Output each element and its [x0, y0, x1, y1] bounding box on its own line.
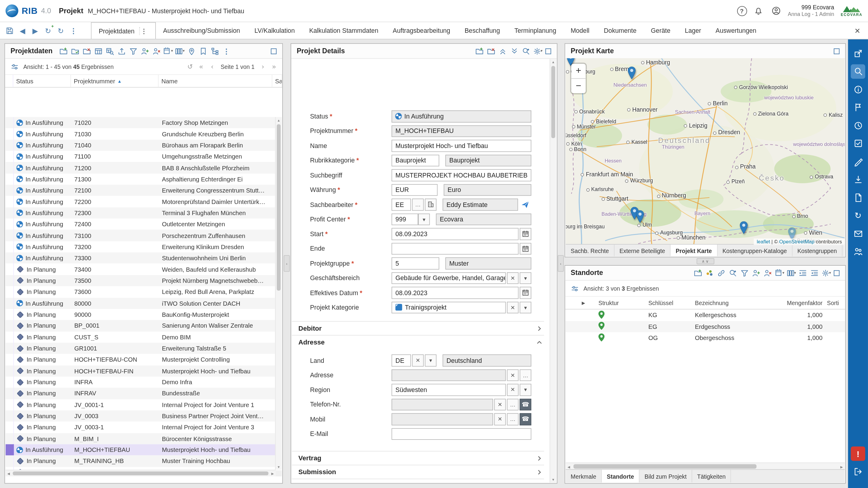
map-marker-icon[interactable]: [740, 221, 748, 235]
collapse-all-icon[interactable]: [498, 46, 508, 56]
sidebar-design-icon[interactable]: [851, 154, 865, 169]
hierarchy-icon[interactable]: [209, 46, 220, 56]
scrollbar-thumb[interactable]: [277, 124, 281, 291]
project-row[interactable]: In PlanungHOCH+TIEFBAU-CONMusterprojekt …: [5, 354, 276, 365]
start-date-field[interactable]: 08.09.2023: [392, 228, 518, 240]
menu-tab-kalkulation-stammdaten[interactable]: Kalkulation Stammdaten: [302, 22, 386, 39]
project-row[interactable]: In Planung73500Projekt Nürnberg Magnetsc…: [5, 275, 276, 286]
phone-icon[interactable]: ☎: [520, 413, 531, 425]
scrollbar-thumb[interactable]: [574, 464, 756, 469]
add-user-icon[interactable]: [140, 46, 150, 56]
clear-icon[interactable]: ✕: [494, 413, 506, 425]
waehrung-text-field[interactable]: Euro: [444, 184, 531, 196]
map[interactable]: DeutschlandČeskoÖsterreichNiedersachsenS…: [566, 58, 844, 245]
sync-icon[interactable]: ↻: [55, 25, 66, 36]
project-row[interactable]: In PlanungJV_0003Business Partner Projec…: [5, 410, 276, 422]
adresse-field[interactable]: [392, 369, 506, 381]
horizontal-scrollbar[interactable]: ◀ ▶: [5, 470, 276, 476]
settings-icon[interactable]: ▾: [821, 268, 831, 278]
help-icon[interactable]: ?: [737, 6, 747, 16]
region-field[interactable]: Südwesten: [392, 384, 506, 396]
scroll-right-icon[interactable]: ▶: [270, 470, 276, 476]
project-row[interactable]: In Ausführung73300Studentenwohnheim Uni …: [5, 252, 276, 264]
project-row[interactable]: In PlanungJV_0003-1Internal Project for …: [5, 422, 276, 433]
save-icon[interactable]: [4, 25, 15, 36]
bottom-tab-bild-zum-projekt[interactable]: Bild zum Projekt: [640, 470, 692, 482]
bottom-tab-t-tigkeiten[interactable]: Tätigkeiten: [692, 470, 732, 482]
standort-row[interactable]: KGKellergeschoss1,000: [565, 310, 845, 321]
map-marker-icon[interactable]: [628, 66, 636, 80]
project-row[interactable]: In Ausführung71030Grundschule Kreuzberg …: [5, 128, 276, 140]
sidebar-document-icon[interactable]: [851, 190, 865, 205]
delete-folder-icon[interactable]: [486, 46, 496, 56]
dropdown-button[interactable]: ▾: [425, 355, 437, 366]
menu-tab-lager[interactable]: Lager: [678, 22, 708, 39]
forward-icon[interactable]: ▶: [30, 25, 41, 36]
menu-tab-ausschreibung-submission[interactable]: Ausschreibung/Submission: [156, 22, 247, 39]
refresh-icon[interactable]: ↺: [186, 63, 194, 70]
new-folder-icon[interactable]: [58, 46, 69, 56]
sidebar-partner-icon[interactable]: [851, 244, 865, 259]
section-vertrag[interactable]: Vertrag: [292, 451, 544, 465]
sachbearbeiter-code-field[interactable]: EE: [392, 199, 411, 211]
sidebar-download-icon[interactable]: [851, 172, 865, 186]
mobil-field[interactable]: [392, 413, 493, 425]
section-adresse[interactable]: Adresse: [292, 335, 544, 349]
phone-icon[interactable]: ☎: [520, 398, 531, 410]
copy-folder-icon[interactable]: [70, 46, 80, 56]
splitter-right[interactable]: ‹: [557, 43, 565, 484]
more-icon[interactable]: ⋮: [68, 25, 79, 36]
status-field[interactable]: In Ausführung: [392, 111, 531, 122]
map-tab-sachb-rechte[interactable]: Sachb. Rechte: [566, 245, 614, 256]
sidebar-history-icon[interactable]: [851, 118, 865, 133]
section-gewaehrleistung[interactable]: Gewährleistung: [292, 479, 544, 483]
scroll-up-icon[interactable]: ▲: [276, 117, 282, 123]
clear-icon[interactable]: ✕: [494, 398, 506, 410]
osm-link[interactable]: OpenStreetMap: [779, 239, 814, 245]
project-row[interactable]: In Ausführung72200Motorenprüfstand Daiml…: [5, 196, 276, 207]
calendar-icon[interactable]: [520, 243, 531, 254]
settings-icon[interactable]: ▾: [532, 46, 543, 56]
first-page-icon[interactable]: «: [197, 63, 205, 70]
profit-center-text-field[interactable]: Ecovara: [436, 213, 531, 225]
projektgruppe-text-field[interactable]: Muster: [445, 257, 531, 269]
add-user-icon[interactable]: [751, 268, 762, 278]
clear-icon[interactable]: ✕: [507, 302, 519, 313]
remove-user-icon[interactable]: [763, 268, 773, 278]
rubrikkategorie-text-field[interactable]: Bauprojekt: [445, 154, 531, 166]
dropdown-button[interactable]: ▾: [520, 272, 531, 284]
project-row[interactable]: In PlanungINFRADemo Infra: [5, 376, 276, 388]
menu-tab-lv-kalkulation[interactable]: LV/Kalkulation: [247, 22, 302, 39]
ende-date-field[interactable]: [392, 243, 518, 254]
search-table-icon[interactable]: [105, 46, 115, 56]
menu-tab-ger-te[interactable]: Geräte: [644, 22, 678, 39]
name-field[interactable]: Musterprojekt Hoch- und Tiefbau: [392, 140, 531, 152]
sidebar-tasks-icon[interactable]: [851, 136, 865, 151]
maximize-icon[interactable]: [831, 46, 842, 56]
more-icon[interactable]: ⋮: [221, 46, 232, 56]
sachbearbeiter-name-field[interactable]: Eddy Estimate: [442, 199, 518, 211]
menu-tab-beschaffung[interactable]: Beschaffung: [457, 22, 507, 39]
new-folder-icon[interactable]: [692, 268, 703, 278]
indent-icon[interactable]: [798, 268, 808, 278]
leaflet-link[interactable]: leaflet: [757, 239, 770, 245]
filter-icon[interactable]: [128, 46, 138, 56]
map-tab-externe-beteiligte[interactable]: Externe Beteiligte: [614, 245, 671, 256]
dropdown-button[interactable]: ▾: [418, 213, 430, 225]
project-row[interactable]: In Ausführung73200Erweiterung Klinikum D…: [5, 241, 276, 252]
scroll-left-icon[interactable]: ◀: [566, 463, 571, 470]
expand-all-icon[interactable]: [509, 46, 520, 56]
project-row[interactable]: In Ausführung72300Terminal 3 Flughafen M…: [5, 207, 276, 219]
map-tab-projekt-karte[interactable]: Projekt Karte: [671, 245, 718, 256]
more-options-button[interactable]: …: [507, 398, 519, 410]
project-row[interactable]: In Ausführung71040Bürohaus am Florapark …: [5, 140, 276, 151]
menu-tab-auftragsbearbeitung[interactable]: Auftragsbearbeitung: [385, 22, 457, 39]
land-text-field[interactable]: Deutschland: [442, 355, 531, 366]
column-projektnummer[interactable]: Projektnummer▲: [71, 75, 159, 87]
scroll-up-icon[interactable]: ▲: [550, 59, 556, 65]
prev-page-icon[interactable]: ‹: [209, 63, 216, 70]
dropdown-button[interactable]: ▾: [520, 384, 531, 396]
vertical-scrollbar[interactable]: ▲ ▼: [275, 117, 282, 470]
profit-center-code-field[interactable]: 999: [392, 213, 418, 225]
project-row[interactable]: In PlanungGR1001Erweiterung Talstraße 5: [5, 343, 276, 354]
